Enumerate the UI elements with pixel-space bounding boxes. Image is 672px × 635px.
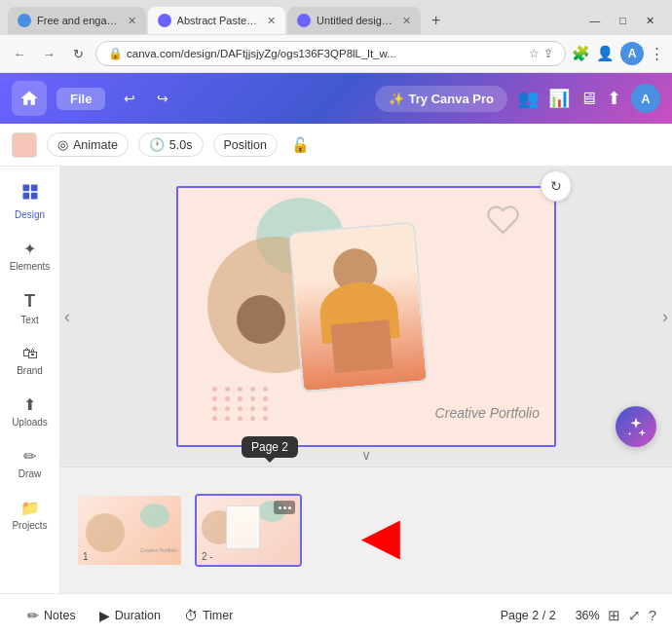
home-button[interactable]: [12, 81, 47, 116]
more-dot-1: [279, 506, 281, 509]
page-thumb-1[interactable]: Creative Portfolio 1: [76, 494, 183, 567]
browser-avatar[interactable]: A: [620, 42, 644, 65]
forward-button[interactable]: →: [37, 42, 60, 65]
dots-pattern: [212, 387, 271, 421]
browser-tab-2[interactable]: Abstract Paste… ✕: [148, 7, 286, 34]
projects-label: Projects: [12, 520, 47, 531]
design-canvas[interactable]: → Creative Portfolio ↻: [176, 186, 556, 447]
extensions-icon[interactable]: 🧩: [572, 45, 590, 62]
sidebar-item-text[interactable]: T Text: [4, 283, 56, 333]
person-lower: [330, 319, 392, 373]
browser-chrome: Free and enga… ✕ Abstract Paste… ✕ Untit…: [0, 0, 672, 73]
draw-icon: ✏: [23, 447, 36, 466]
canva-main: Design ✦ Elements T Text 🛍 Brand ⬆ Uploa…: [0, 167, 672, 593]
svg-rect-3: [30, 193, 37, 200]
sidebar-item-design[interactable]: Design: [4, 174, 56, 228]
zoom-level: 36%: [568, 609, 608, 622]
magic-button[interactable]: [616, 406, 656, 447]
undo-button[interactable]: ↩: [115, 84, 144, 113]
browser-tab-3[interactable]: Untitled desig… ✕: [287, 7, 421, 34]
scroll-left-arrow[interactable]: ‹: [64, 307, 70, 327]
notes-icon: ✏: [27, 608, 39, 623]
tab2-favicon: [158, 14, 171, 27]
address-text: canva.com/design/DAFtjjsjyZg/ogs136F3QP8…: [127, 48, 525, 59]
sidebar-item-elements[interactable]: ✦ Elements: [4, 232, 56, 280]
scroll-bottom-arrow[interactable]: ∨: [361, 447, 371, 463]
animate-button[interactable]: ◎ Animate: [47, 132, 129, 157]
heart-doodle: [486, 203, 520, 243]
help-icon[interactable]: ?: [649, 607, 656, 623]
brand-icon: 🛍: [22, 345, 38, 362]
draw-label: Draw: [19, 468, 41, 479]
tab1-close[interactable]: ✕: [128, 15, 136, 27]
try-pro-button[interactable]: ✨ Try Canva Pro: [375, 86, 507, 112]
bottom-right-icons: ⊞ ⤢ ?: [608, 607, 656, 624]
star-icon[interactable]: ☆: [529, 47, 540, 60]
text-icon: T: [24, 291, 35, 312]
timer-button[interactable]: ⏱ Timer: [172, 604, 244, 627]
uploads-icon: ⬆: [23, 395, 36, 414]
sidebar-item-brand[interactable]: 🛍 Brand: [4, 337, 56, 384]
fullscreen-icon[interactable]: ⤢: [628, 607, 641, 624]
clock-icon: 🕐: [149, 137, 165, 152]
color-swatch[interactable]: [12, 132, 37, 158]
design-label: Design: [15, 209, 45, 220]
tablet-frame: [288, 222, 429, 393]
thumb2-tablet: [226, 505, 260, 549]
close-button[interactable]: ✕: [640, 13, 660, 29]
sidebar-item-uploads[interactable]: ⬆ Uploads: [4, 388, 56, 435]
page-info: Page 2 / 2: [489, 609, 568, 622]
chart-icon[interactable]: 📊: [548, 88, 570, 109]
share-icon[interactable]: ⬆: [607, 88, 621, 109]
thumb1-teal: [140, 504, 169, 528]
duration-button[interactable]: 🕐 5.0s: [138, 132, 204, 157]
browser-menu-icon[interactable]: ⋮: [650, 45, 664, 62]
text-label: Text: [20, 315, 38, 325]
redo-button[interactable]: ↪: [148, 84, 177, 113]
tab3-close[interactable]: ✕: [402, 15, 411, 27]
duration-button[interactable]: ▶ Duration: [88, 604, 172, 627]
canvas-scroll[interactable]: ‹: [60, 167, 672, 467]
coffee-cup: [237, 295, 285, 344]
grid-view-icon[interactable]: ⊞: [608, 607, 620, 624]
rotate-button[interactable]: ↻: [541, 170, 572, 202]
tab3-favicon: [297, 14, 311, 27]
position-button[interactable]: Position: [213, 133, 278, 157]
portfolio-text: Creative Portfolio: [435, 405, 540, 421]
elements-icon: ✦: [23, 240, 36, 258]
home-icon: [19, 89, 39, 108]
secure-icon: 🔒: [108, 47, 123, 60]
user-avatar[interactable]: A: [631, 84, 660, 113]
minimize-button[interactable]: —: [583, 13, 606, 29]
profile-icon[interactable]: 👤: [596, 45, 615, 62]
scroll-right-arrow[interactable]: ›: [662, 307, 668, 327]
topbar-actions: 👥 📊 🖥 ⬆ A: [517, 84, 660, 113]
add-tab-button[interactable]: +: [423, 7, 450, 34]
page-more-button[interactable]: [274, 501, 295, 514]
reload-button[interactable]: ↻: [66, 42, 90, 65]
projects-icon: 📁: [20, 499, 40, 517]
sidebar: Design ✦ Elements T Text 🛍 Brand ⬆ Uploa…: [0, 167, 60, 593]
present-icon[interactable]: 🖥: [579, 89, 597, 109]
people-icon[interactable]: 👥: [517, 88, 539, 109]
canva-topbar: File ↩ ↪ ✨ Try Canva Pro 👥 📊 🖥 ⬆ A: [0, 73, 672, 124]
lock-icon[interactable]: 🔓: [291, 136, 310, 154]
arrow-doodle: →: [392, 369, 408, 387]
address-bar[interactable]: 🔒 canva.com/design/DAFtjjsjyZg/ogs136F3Q…: [95, 41, 566, 66]
tab1-label: Free and enga…: [37, 15, 118, 26]
red-arrow: ◀: [362, 509, 398, 564]
page-strip: Page 2 Creative Portfolio 1: [60, 467, 672, 593]
sidebar-item-projects[interactable]: 📁 Projects: [4, 491, 56, 539]
file-button[interactable]: File: [56, 88, 105, 110]
tab2-close[interactable]: ✕: [267, 15, 276, 27]
svg-rect-1: [30, 185, 37, 192]
timer-icon: ⏱: [184, 608, 198, 623]
browser-toolbar-icons: 🧩 👤 A ⋮: [572, 42, 664, 65]
share-address-icon[interactable]: ⇪: [543, 47, 553, 60]
sidebar-item-draw[interactable]: ✏ Draw: [4, 439, 56, 487]
browser-tab-1[interactable]: Free and enga… ✕: [8, 7, 146, 34]
maximize-button[interactable]: □: [614, 13, 632, 29]
back-button[interactable]: ←: [8, 42, 31, 65]
page-thumb-2[interactable]: 2 -: [195, 494, 302, 567]
notes-button[interactable]: ✏ Notes: [16, 604, 88, 627]
